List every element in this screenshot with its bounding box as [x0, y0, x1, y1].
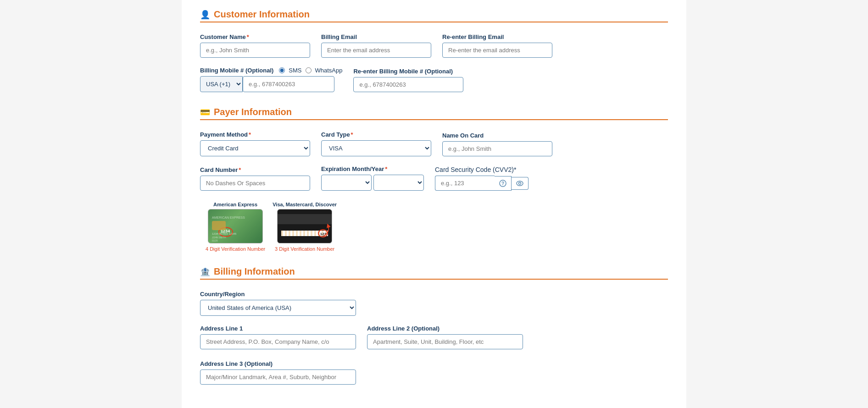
re-billing-mobile-group: Re-enter Billing Mobile # (Optional)	[353, 68, 463, 92]
phone-input-row: USA (+1) CAN (+1)	[200, 76, 342, 92]
card-number-group: Card Number*	[200, 166, 310, 191]
name-on-card-input[interactable]	[442, 141, 552, 156]
amex-card-box: American Express 1234 AMERICAN EXPRESS 1…	[206, 202, 265, 252]
customer-section-title: Customer Information	[214, 9, 310, 20]
payer-row-2: Card Number* Expiration Month/Year* 0102…	[200, 165, 668, 252]
payment-method-label: Payment Method*	[200, 131, 310, 138]
expiry-month-select[interactable]: 010203 040506 070809 101112	[321, 175, 372, 191]
billing-info-section: 🏦 Billing Information Country/Region Uni…	[200, 266, 668, 385]
billing-section-title: Billing Information	[214, 266, 295, 277]
payer-row-1: Payment Method* Credit Card Debit Card A…	[200, 131, 668, 156]
billing-mobile-input[interactable]	[243, 76, 334, 92]
name-on-card-label: Name On Card	[442, 132, 552, 139]
address2-group: Address Line 2 (Optional)	[367, 325, 523, 349]
question-circle-icon: ?	[499, 180, 506, 187]
cvv-help-button[interactable]: ?	[495, 176, 512, 191]
billing-email-label: Billing Email	[321, 33, 431, 40]
visa-card-image: 123	[277, 209, 332, 243]
address2-label: Address Line 2 (Optional)	[367, 325, 523, 332]
address3-input[interactable]	[200, 369, 356, 385]
customer-row-1: Customer Name* Billing Email Re-enter Bi…	[200, 33, 668, 58]
customer-info-header: 👤 Customer Information	[200, 9, 668, 20]
country-region-group: Country/Region United States of America …	[200, 291, 356, 316]
payer-divider	[200, 119, 668, 120]
expiry-group: Expiration Month/Year* 010203 040506 070…	[321, 165, 424, 191]
re-billing-email-group: Re-enter Billing Email	[442, 33, 552, 58]
visa-arrow	[278, 210, 333, 244]
address3-label: Address Line 3 (Optional)	[200, 360, 356, 367]
address1-input[interactable]	[200, 334, 356, 349]
billing-country-row: Country/Region United States of America …	[200, 291, 668, 316]
address1-group: Address Line 1	[200, 325, 356, 349]
amex-caption: 4 Digit Verification Number	[206, 246, 265, 252]
billing-divider	[200, 279, 668, 280]
payment-method-group: Payment Method* Credit Card Debit Card A…	[200, 131, 310, 156]
svg-text:JOHN SMITH: JOHN SMITH	[212, 236, 226, 239]
address1-label: Address Line 1	[200, 325, 356, 332]
name-on-card-group: Name On Card	[442, 132, 552, 156]
billing-icon: 🏦	[200, 267, 210, 277]
card-number-label: Card Number*	[200, 166, 310, 173]
sms-label: SMS	[289, 67, 301, 74]
card-number-input[interactable]	[200, 176, 310, 191]
customer-name-label: Customer Name*	[200, 33, 310, 40]
svg-rect-5	[212, 221, 226, 230]
svg-text:01/25: 01/25	[212, 239, 218, 242]
country-code-select[interactable]: USA (+1) CAN (+1)	[200, 76, 243, 92]
visa-card-box: Visa, Mastercard, Discover 123	[273, 202, 337, 252]
billing-mobile-label: Billing Mobile # (Optional)	[200, 67, 273, 74]
cvv-label: Card Security Code (CVV2)*	[435, 166, 529, 173]
amex-decoration: AMERICAN EXPRESS 1234 567890 12345 JOHN …	[208, 210, 263, 244]
payer-info-header: 💳 Payer Information	[200, 107, 668, 117]
re-billing-mobile-label: Re-enter Billing Mobile # (Optional)	[353, 68, 463, 75]
whatsapp-radio[interactable]	[306, 67, 312, 73]
sms-radio-group: SMS WhatsApp	[279, 67, 342, 74]
amex-card-image: 1234 AMERICAN EXPRESS 1234 567890 12345 …	[208, 209, 263, 243]
cvv-input-row: ?	[435, 176, 529, 191]
billing-email-group: Billing Email	[321, 33, 431, 58]
sms-radio[interactable]	[279, 67, 285, 73]
billing-info-header: 🏦 Billing Information	[200, 266, 668, 277]
cvv-toggle-visibility-button[interactable]	[512, 177, 529, 190]
billing-address-row: Address Line 1 Address Line 2 (Optional)…	[200, 325, 668, 385]
country-region-label: Country/Region	[200, 291, 356, 298]
svg-text:?: ?	[501, 181, 504, 186]
mobile-label-row: Billing Mobile # (Optional) SMS WhatsApp	[200, 67, 342, 74]
customer-name-input[interactable]	[200, 43, 310, 58]
cvv-images-container: American Express 1234 AMERICAN EXPRESS 1…	[206, 202, 337, 252]
expiry-year-select[interactable]: 202420252026 202720282029 2030	[373, 175, 424, 191]
card-type-group: Card Type* VISA Mastercard Discover Amer…	[321, 131, 431, 156]
svg-text:AMERICAN EXPRESS: AMERICAN EXPRESS	[212, 216, 245, 219]
customer-icon: 👤	[200, 10, 210, 20]
expiry-label: Expiration Month/Year*	[321, 165, 424, 172]
payer-info-section: 💳 Payer Information Payment Method* Cred…	[200, 107, 668, 252]
billing-email-input[interactable]	[321, 43, 431, 58]
mobile-row: Billing Mobile # (Optional) SMS WhatsApp…	[200, 67, 668, 92]
re-billing-mobile-input[interactable]	[353, 77, 463, 92]
svg-point-3	[519, 182, 521, 184]
payer-section-title: Payer Information	[214, 107, 292, 117]
re-billing-email-label: Re-enter Billing Email	[442, 33, 552, 40]
payer-icon: 💳	[200, 107, 210, 117]
re-billing-email-input[interactable]	[442, 43, 552, 58]
amex-card-label: American Express	[213, 202, 257, 207]
card-type-label: Card Type*	[321, 131, 431, 138]
billing-mobile-group: Billing Mobile # (Optional) SMS WhatsApp…	[200, 67, 342, 92]
country-region-select[interactable]: United States of America (USA) Canada Un…	[200, 300, 356, 316]
visa-card-label: Visa, Mastercard, Discover	[273, 202, 337, 207]
address2-input[interactable]	[367, 334, 523, 349]
customer-name-group: Customer Name*	[200, 33, 310, 58]
expiry-selects: 010203 040506 070809 101112 202420252026…	[321, 175, 424, 191]
address3-group: Address Line 3 (Optional)	[200, 360, 356, 385]
cvv-input[interactable]	[435, 176, 495, 191]
whatsapp-label: WhatsApp	[315, 67, 343, 74]
cvv-group: Card Security Code (CVV2)* ?	[435, 166, 529, 191]
card-type-select[interactable]: VISA Mastercard Discover American Expres…	[321, 140, 431, 156]
payment-method-select[interactable]: Credit Card Debit Card ACH	[200, 140, 310, 156]
svg-point-2	[517, 181, 523, 186]
visa-caption: 3 Digit Verification Number	[275, 246, 334, 252]
svg-text:1234 567890 12345: 1234 567890 12345	[212, 232, 237, 235]
eye-icon	[516, 181, 523, 186]
customer-divider	[200, 22, 668, 22]
